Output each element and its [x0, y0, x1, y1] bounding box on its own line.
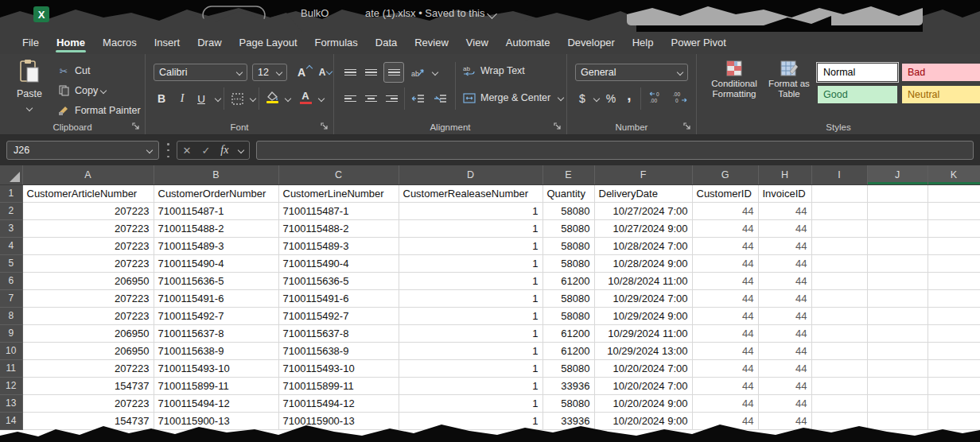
cell-H4[interactable]: 44: [758, 237, 811, 254]
cell-D2[interactable]: 1: [399, 202, 542, 219]
cell-D10[interactable]: 1: [399, 342, 542, 359]
cell-C1[interactable]: CustomerLineNumber: [278, 184, 399, 202]
cell-B14[interactable]: 7100115900-13: [154, 412, 278, 429]
bottom-align-button[interactable]: [383, 62, 404, 83]
tab-home[interactable]: Home: [49, 33, 93, 53]
cell-J14[interactable]: [867, 412, 928, 429]
column-header-I[interactable]: I: [811, 165, 867, 184]
bold-button[interactable]: B: [155, 89, 168, 108]
tab-review[interactable]: Review: [406, 33, 457, 53]
cell-H14[interactable]: 44: [758, 412, 811, 429]
row-header-4[interactable]: 4: [0, 237, 22, 254]
cell-B7[interactable]: 7100115491-6: [154, 289, 278, 307]
cell-J11[interactable]: [867, 359, 928, 377]
cell-J8[interactable]: [867, 307, 928, 324]
row-header-13[interactable]: 13: [0, 394, 22, 412]
paste-button[interactable]: Paste: [11, 59, 48, 116]
italic-button[interactable]: I: [176, 89, 189, 108]
font-dialog-launcher[interactable]: [321, 122, 329, 131]
tab-macros[interactable]: Macros: [95, 33, 145, 53]
increase-font-size-button[interactable]: A: [294, 63, 309, 82]
cell-D12[interactable]: 1: [399, 377, 542, 394]
row-header-14[interactable]: 14: [0, 412, 22, 429]
font-color-chevron-icon[interactable]: [318, 95, 325, 102]
cell-D7[interactable]: 1: [399, 289, 542, 307]
column-header-F[interactable]: F: [594, 165, 692, 184]
row-header-9[interactable]: 9: [0, 324, 22, 342]
cell-J12[interactable]: [867, 377, 928, 394]
cell-G6[interactable]: 44: [692, 272, 758, 289]
cell-I13[interactable]: [811, 394, 867, 412]
cell-C7[interactable]: 7100115491-6: [278, 289, 399, 307]
cell-F10[interactable]: 10/29/2024 13:00: [594, 342, 692, 359]
merge-center-button[interactable]: Merge & Center: [463, 89, 563, 107]
column-header-G[interactable]: G: [692, 165, 758, 184]
column-header-J[interactable]: J: [867, 165, 928, 184]
underline-chevron-icon[interactable]: [215, 95, 221, 102]
column-header-H[interactable]: H: [758, 165, 811, 184]
cell-B12[interactable]: 7100115899-11: [154, 377, 278, 394]
accounting-chevron-icon[interactable]: [593, 95, 600, 102]
cell-H12[interactable]: 44: [758, 377, 811, 394]
tab-insert[interactable]: Insert: [146, 33, 189, 53]
column-header-B[interactable]: B: [154, 165, 278, 184]
cell-E5[interactable]: 58080: [542, 254, 594, 272]
percent-style-button[interactable]: %: [604, 89, 618, 108]
cell-C14[interactable]: 7100115900-13: [278, 412, 399, 429]
cell-K5[interactable]: [928, 254, 980, 272]
decrease-indent-button[interactable]: [409, 89, 426, 108]
cell-F3[interactable]: 10/27/2024 9:00: [594, 219, 692, 237]
cell-F5[interactable]: 10/28/2024 9:00: [594, 254, 692, 272]
tab-power-pivot[interactable]: Power Pivot: [663, 33, 733, 53]
cell-G8[interactable]: 44: [692, 307, 758, 324]
cell-C13[interactable]: 7100115494-12: [278, 394, 399, 412]
accounting-format-button[interactable]: $: [577, 89, 588, 108]
style-chip-normal[interactable]: Normal: [818, 64, 897, 81]
cell-J1[interactable]: [867, 184, 928, 202]
cell-K1[interactable]: [928, 184, 980, 202]
cell-K4[interactable]: [928, 237, 980, 254]
cell-F8[interactable]: 10/29/2024 9:00: [594, 307, 692, 324]
cell-A4[interactable]: 207223: [22, 237, 154, 254]
cell-B3[interactable]: 7100115488-2: [154, 219, 278, 237]
cell-H10[interactable]: 44: [758, 342, 811, 359]
cell-D1[interactable]: CustomerRealeaseNumber: [399, 184, 542, 202]
row-header-6[interactable]: 6: [0, 272, 22, 289]
orientation-button[interactable]: ab: [409, 63, 426, 82]
cell-G5[interactable]: 44: [692, 254, 758, 272]
borders-button[interactable]: [230, 89, 244, 108]
excel-app-icon[interactable]: X: [33, 6, 49, 22]
cell-C4[interactable]: 7100115489-3: [278, 237, 399, 254]
formula-input[interactable]: [256, 141, 974, 160]
cell-I6[interactable]: [811, 272, 867, 289]
row-header-1[interactable]: 1: [0, 184, 22, 202]
cell-K6[interactable]: [928, 272, 980, 289]
borders-chevron-icon[interactable]: [250, 95, 256, 102]
cell-J5[interactable]: [867, 254, 928, 272]
cell-B5[interactable]: 7100115490-4: [154, 254, 278, 272]
cell-F11[interactable]: 10/20/2024 7:00: [594, 359, 692, 377]
cell-J6[interactable]: [867, 272, 928, 289]
cell-C8[interactable]: 7100115492-7: [278, 307, 399, 324]
number-dialog-launcher[interactable]: [683, 122, 692, 131]
cell-J9[interactable]: [867, 324, 928, 342]
align-left-button[interactable]: [342, 89, 358, 108]
cell-F12[interactable]: 10/20/2024 7:00: [594, 377, 692, 394]
tab-file[interactable]: File: [14, 33, 47, 53]
insert-function-icon[interactable]: fx: [220, 144, 228, 157]
cell-H9[interactable]: 44: [758, 324, 811, 342]
cell-B4[interactable]: 7100115489-3: [154, 237, 278, 254]
number-format-combo[interactable]: General: [575, 64, 688, 81]
cell-K8[interactable]: [928, 307, 980, 324]
tab-draw[interactable]: Draw: [189, 33, 229, 53]
cell-E9[interactable]: 61200: [542, 324, 594, 342]
copy-button[interactable]: Copy: [57, 82, 106, 99]
cell-A10[interactable]: 206950: [22, 342, 154, 359]
format-painter-button[interactable]: Format Painter: [57, 102, 141, 119]
cell-G10[interactable]: 44: [692, 342, 758, 359]
cell-A6[interactable]: 206950: [22, 272, 154, 289]
row-header-7[interactable]: 7: [0, 289, 22, 307]
cell-K11[interactable]: [928, 359, 980, 377]
cell-H8[interactable]: 44: [758, 307, 811, 324]
column-header-D[interactable]: D: [399, 165, 542, 184]
